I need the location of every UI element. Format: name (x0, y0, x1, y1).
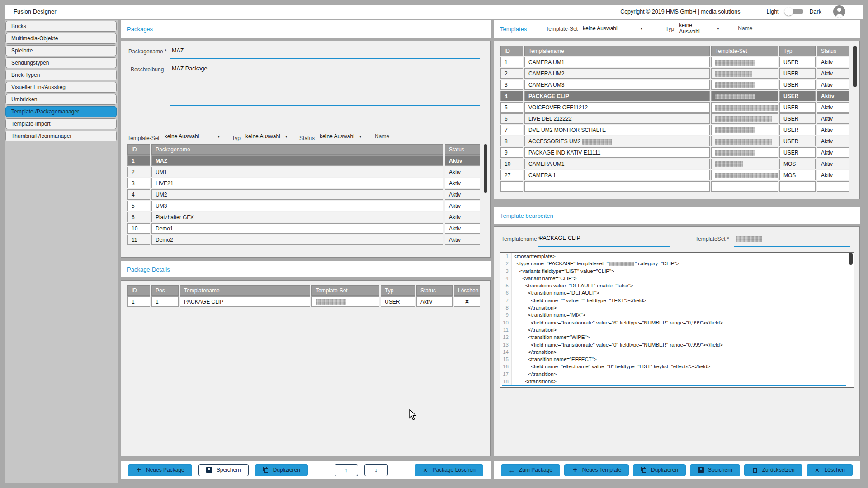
cell-status[interactable]: Aktiv (416, 296, 453, 307)
scrollbar-thumb[interactable] (849, 253, 853, 265)
sidebar-item-umbricken[interactable]: Umbricken (5, 94, 117, 105)
zur-cksetzen-button[interactable]: Zurücksetzen (744, 464, 802, 476)
column-header[interactable]: ID (127, 144, 150, 155)
packagename-input[interactable]: MAZ (172, 47, 184, 54)
cell-status[interactable]: Aktiv (445, 235, 480, 245)
cell-template-set[interactable] (711, 57, 778, 67)
cell-packagename[interactable]: UM2 (151, 189, 443, 200)
cell-id[interactable]: 1 (500, 57, 523, 67)
sidebar-item-visueller-ein-ausstieg[interactable]: Visueller Ein-/Ausstieg (5, 82, 117, 93)
theme-toggle-knob[interactable] (784, 7, 793, 16)
table-row[interactable]: 1MAZAktiv (127, 155, 480, 166)
cell-template-set[interactable] (711, 91, 778, 101)
package-l-schen-button[interactable]: Package Löschen (415, 464, 483, 476)
cell-packagename[interactable]: MAZ (151, 155, 443, 166)
cell-typ[interactable]: USER (779, 136, 816, 146)
cell-status[interactable]: Aktiv (817, 91, 849, 101)
cell-id[interactable]: 5 (500, 102, 523, 113)
theme-toggle[interactable] (785, 9, 803, 14)
table-row[interactable]: 4UM2Aktiv (127, 189, 480, 200)
cell-templatename[interactable]: VOICEOVER OFF11212 (524, 102, 710, 113)
table-row[interactable]: 6Platzhalter GFXAktiv (127, 212, 480, 222)
table-row[interactable]: 10CAMERA UM1MOSAktiv (500, 159, 849, 169)
cell-status[interactable]: Aktiv (817, 147, 849, 158)
cell-template-set[interactable] (711, 113, 778, 124)
cell-templatename[interactable]: PACKAGE CLIP (180, 296, 310, 307)
cell-status[interactable]: Aktiv (445, 167, 480, 177)
cell-typ[interactable]: MOS (779, 159, 816, 169)
arrow-down-button[interactable] (364, 464, 388, 476)
cell-status[interactable]: Aktiv (445, 212, 480, 222)
cell-id[interactable]: 6 (127, 212, 150, 222)
cell-templatename[interactable]: ACCESSORIES UM2 (524, 136, 710, 146)
column-header[interactable]: Status (445, 144, 480, 155)
sidebar-item-multimedia-objekte[interactable]: Multimedia-Objekte (5, 33, 117, 44)
cell-template-set[interactable] (711, 136, 778, 146)
cell-template-set[interactable] (711, 147, 778, 158)
scrollbar-thumb[interactable] (853, 46, 857, 87)
table-row[interactable]: 9PACKAGE INDIKATIV E11111USERAktiv (500, 147, 849, 158)
speichern-button[interactable]: Speichern (690, 464, 740, 476)
cell-templatename[interactable]: LIVE DEL 212222 (524, 113, 710, 124)
cell-id[interactable]: 5 (127, 201, 150, 211)
cell-template-set[interactable] (711, 170, 778, 180)
cell-id[interactable]: 10 (127, 223, 150, 234)
cell-id[interactable]: 6 (500, 113, 523, 124)
template-set-filter-dropdown[interactable]: keine Auswahl ▼ (163, 132, 222, 141)
sidebar-item-template-import[interactable]: Template-Import (5, 118, 117, 129)
table-row[interactable]: 3CAMERA UM3USERAktiv (500, 80, 849, 90)
cell-packagename[interactable]: UM3 (151, 201, 443, 211)
table-row[interactable]: 6LIVE DEL 212222USERAktiv (500, 113, 849, 124)
cell-template-set[interactable] (311, 296, 379, 307)
cell-typ[interactable]: USER (779, 57, 816, 67)
beschreibung-textarea[interactable]: MAZ Package (172, 66, 208, 72)
cell-typ[interactable]: USER (779, 68, 816, 79)
cell-status[interactable]: Aktiv (445, 178, 480, 188)
packages-table-scrollbar[interactable] (483, 144, 488, 253)
cell-status[interactable]: Aktiv (817, 57, 849, 67)
column-header[interactable]: Template-Set (311, 285, 379, 296)
table-row[interactable]: 2UM1Aktiv (127, 167, 480, 177)
cell-typ[interactable]: USER (779, 147, 816, 158)
duplizieren-button[interactable]: Duplizieren (633, 464, 686, 476)
cell-status[interactable]: Aktiv (817, 125, 849, 135)
table-row[interactable]: 5UM3Aktiv (127, 201, 480, 211)
cell-status[interactable]: Aktiv (445, 189, 480, 200)
table-row[interactable]: 8ACCESSORIES UM2 USERAktiv (500, 136, 849, 146)
table-row[interactable]: 3LIVE21Aktiv (127, 178, 480, 188)
cell-template-set[interactable] (711, 80, 778, 90)
cell-id[interactable]: 1 (127, 296, 150, 307)
cell-id[interactable]: 4 (127, 189, 150, 200)
cell-packagename[interactable]: UM1 (151, 167, 443, 177)
l-schen-button[interactable]: Löschen (807, 464, 853, 476)
table-row[interactable]: 2CAMERA UM2USERAktiv (500, 68, 849, 79)
cell-template-set[interactable] (711, 68, 778, 79)
cell-status[interactable]: Aktiv (817, 170, 849, 180)
table-row[interactable]: 11PACKAGE CLIPUSERAktiv× (127, 296, 480, 307)
cell-status[interactable]: Aktiv (817, 113, 849, 124)
cell-pos[interactable]: 1 (151, 296, 179, 307)
delete-row-button[interactable]: × (454, 296, 480, 307)
cell-typ[interactable]: USER (779, 113, 816, 124)
cell-id[interactable]: 1 (127, 155, 150, 166)
cell-status[interactable]: Aktiv (817, 159, 849, 169)
cell-id[interactable]: 2 (500, 68, 523, 79)
cell-templatename[interactable]: PACKAGE CLIP (524, 91, 710, 101)
cell-templatename[interactable]: CAMERA UM2 (524, 68, 710, 79)
sidebar-item-spielorte[interactable]: Spielorte (5, 45, 117, 56)
template-set-filter-dropdown[interactable]: keine Auswahl ▼ (581, 24, 645, 33)
cell-status[interactable]: Aktiv (817, 136, 849, 146)
cell-typ[interactable]: USER (779, 91, 816, 101)
template-xml-editor[interactable]: 1<mosarttemplate>2 <type name="PACKAGE" … (500, 252, 854, 388)
cell-packagename[interactable]: LIVE21 (151, 178, 443, 188)
cell-typ[interactable]: USER (779, 80, 816, 90)
typ-filter-dropdown[interactable]: keine Auswahl ▼ (678, 24, 721, 33)
cell-id[interactable]: 9 (500, 147, 523, 158)
cell-status[interactable]: Aktiv (817, 68, 849, 79)
column-header[interactable]: ID (127, 285, 150, 296)
table-row[interactable]: 7DVE UM2 MONITOR SCHALTEUSERAktiv (500, 125, 849, 135)
cell-id[interactable]: 27 (500, 170, 523, 180)
cell-status[interactable]: Aktiv (445, 155, 480, 166)
column-header[interactable]: Typ (779, 46, 816, 56)
cell-templatename[interactable]: CAMERA UM1 (524, 159, 710, 169)
